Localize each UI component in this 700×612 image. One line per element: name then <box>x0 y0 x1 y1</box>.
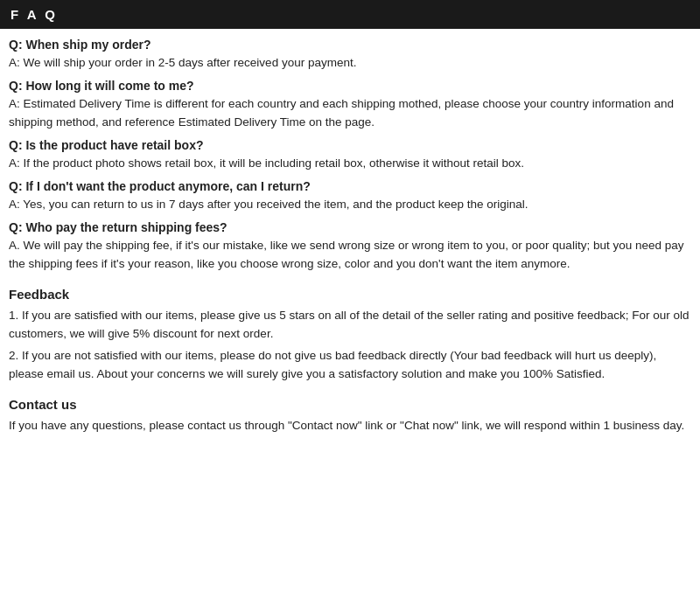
faq-item-1: Q: When ship my order? A: We will ship y… <box>9 38 691 72</box>
faq-answer-3: A: If the product photo shows retail box… <box>9 155 691 172</box>
faq-item-2: Q: How long it will come to me? A: Estim… <box>9 79 691 131</box>
contact-text: If you have any questions, please contac… <box>9 417 691 435</box>
faq-title: F A Q <box>10 7 58 22</box>
faq-answer-4: A: Yes, you can return to us in 7 days a… <box>9 196 691 213</box>
contact-title: Contact us <box>9 397 691 412</box>
feedback-title: Feedback <box>9 287 691 302</box>
feedback-point1: 1. If you are satisfied with our items, … <box>9 307 691 344</box>
feedback-content: 1. If you are satisfied with our items, … <box>9 307 691 384</box>
faq-header: F A Q <box>0 0 700 29</box>
faq-answer-1: A: We will ship your order in 2-5 days a… <box>9 54 691 72</box>
faq-question-2: Q: How long it will come to me? <box>9 79 691 93</box>
faq-item-4: Q: If I don't want the product anymore, … <box>9 179 691 213</box>
contact-content: If you have any questions, please contac… <box>9 417 691 435</box>
faq-item-5: Q: Who pay the return shipping fees? A. … <box>9 220 691 273</box>
faq-answer-2: A: Estimated Delivery Time is different … <box>9 95 691 131</box>
page-container: F A Q Q: When ship my order? A: We will … <box>0 0 700 435</box>
faq-item-3: Q: Is the product have retail box? A: If… <box>9 138 691 172</box>
faq-question-3: Q: Is the product have retail box? <box>9 138 691 152</box>
faq-content: Q: When ship my order? A: We will ship y… <box>0 38 700 435</box>
faq-answer-5: A. We will pay the shipping fee, if it's… <box>9 237 691 273</box>
faq-question-5: Q: Who pay the return shipping fees? <box>9 220 691 234</box>
faq-question-1: Q: When ship my order? <box>9 38 691 52</box>
feedback-point2: 2. If you are not satisfied with our ite… <box>9 347 691 384</box>
faq-question-4: Q: If I don't want the product anymore, … <box>9 179 691 193</box>
